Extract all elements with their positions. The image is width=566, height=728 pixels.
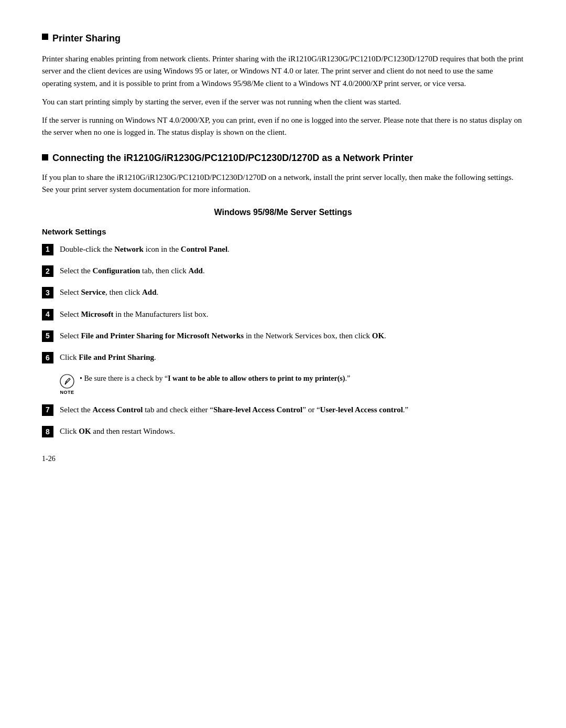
step-7: 7 Select the Access Control tab and chec… xyxy=(42,404,524,416)
svg-line-1 xyxy=(66,381,67,382)
step-8: 8 Click OK and then restart Windows. xyxy=(42,425,524,437)
printer-sharing-para-2: You can start printing simply by startin… xyxy=(42,96,524,108)
bullet-square-icon xyxy=(42,34,48,40)
printer-sharing-title: Printer Sharing xyxy=(52,31,121,46)
step-number-5: 5 xyxy=(42,330,53,342)
step-4: 4 Select Microsoft in the Manufacturers … xyxy=(42,308,524,320)
step-number-1: 1 xyxy=(42,244,53,255)
step-number-7: 7 xyxy=(42,404,53,416)
printer-sharing-para-1: Printer sharing enables printing from ne… xyxy=(42,53,524,90)
step-text-1: Double-click the Network icon in the Con… xyxy=(60,243,524,255)
page-number: 1-26 xyxy=(42,453,524,464)
step-number-8: 8 xyxy=(42,426,53,437)
note-icon: NOTE xyxy=(60,374,74,397)
step-number-4: 4 xyxy=(42,309,53,320)
note-label: NOTE xyxy=(60,389,74,397)
page-content: Printer Sharing Printer sharing enables … xyxy=(42,31,524,464)
note-text: • Be sure there is a check by “I want to… xyxy=(80,373,524,384)
step-5: 5 Select File and Printer Sharing for Mi… xyxy=(42,330,524,342)
step-text-5: Select File and Printer Sharing for Micr… xyxy=(60,330,524,342)
connecting-para-1: If you plan to share the iR1210G/iR1230G… xyxy=(42,172,524,196)
network-settings-heading: Network Settings xyxy=(42,226,524,238)
step-number-2: 2 xyxy=(42,265,53,277)
step-text-2: Select the Configuration tab, then click… xyxy=(60,265,524,277)
pencil-icon xyxy=(60,374,74,389)
step-6: 6 Click File and Print Sharing. xyxy=(42,351,524,363)
connecting-title: Connecting the iR1210G/iR1230G/PC1210D/P… xyxy=(52,152,413,164)
printer-sharing-para-3: If the server is running on Windows NT 4… xyxy=(42,114,524,139)
step-3: 3 Select Service, then click Add. xyxy=(42,286,524,298)
windows-server-settings-heading: Windows 95/98/Me Server Settings xyxy=(42,206,524,219)
note-container: NOTE • Be sure there is a check by “I wa… xyxy=(60,373,524,397)
step-number-6: 6 xyxy=(42,352,53,363)
step-text-7: Select the Access Control tab and check … xyxy=(60,404,524,416)
step-number-3: 3 xyxy=(42,287,53,298)
printer-sharing-heading: Printer Sharing xyxy=(42,31,524,46)
step-text-8: Click OK and then restart Windows. xyxy=(60,425,524,437)
bullet-square-icon-2 xyxy=(42,154,48,160)
connecting-heading: Connecting the iR1210G/iR1230G/PC1210D/P… xyxy=(42,152,524,164)
step-text-3: Select Service, then click Add. xyxy=(60,286,524,298)
step-text-4: Select Microsoft in the Manufacturers li… xyxy=(60,308,524,320)
svg-point-0 xyxy=(60,374,74,388)
step-2: 2 Select the Configuration tab, then cli… xyxy=(42,265,524,277)
step-text-6: Click File and Print Sharing. xyxy=(60,351,524,363)
step-1: 1 Double-click the Network icon in the C… xyxy=(42,243,524,255)
